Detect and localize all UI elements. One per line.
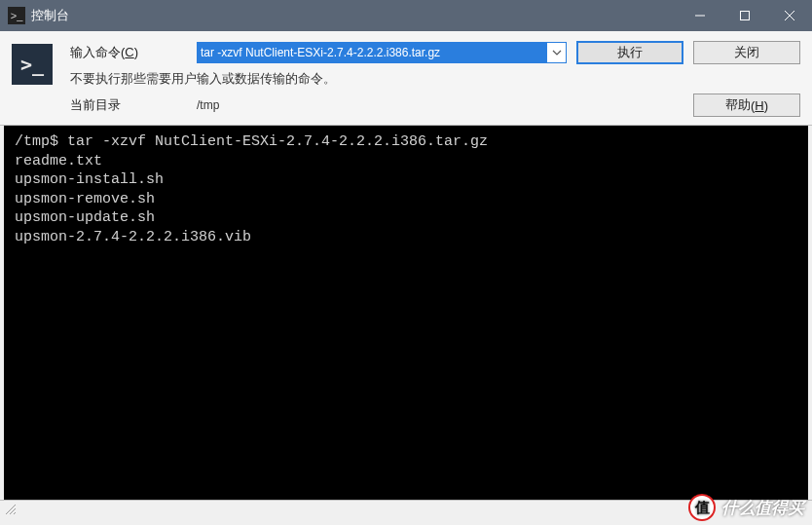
resize-grip-icon [6, 505, 16, 516]
close-icon [784, 10, 795, 21]
execute-button[interactable]: 执行 [576, 41, 683, 64]
help-button[interactable]: 帮助(H) [693, 94, 800, 117]
svg-line-6 [14, 512, 16, 514]
chevron-down-icon [552, 50, 562, 56]
command-input[interactable] [197, 42, 567, 63]
toolbar: >_ 输入命令(C) tar -xzvf NutClient-ESXi-2.7.… [0, 31, 812, 126]
titlebar: >_ 控制台 [0, 0, 812, 31]
command-hint: 不要执行那些需要用户输入或数据传输的命令。 [70, 70, 567, 88]
minimize-button[interactable] [678, 0, 722, 31]
cwd-label: 当前目录 [70, 96, 187, 114]
console-icon: >_ [8, 7, 25, 24]
maximize-icon [739, 10, 751, 21]
maximize-button[interactable] [722, 0, 767, 31]
command-combo[interactable]: tar -xzvf NutClient-ESXi-2.7.4-2.2.2.i38… [197, 42, 567, 63]
close-button[interactable]: 关闭 [693, 41, 800, 64]
close-window-button[interactable] [767, 0, 812, 31]
minimize-icon [694, 10, 706, 21]
svg-rect-1 [741, 12, 750, 20]
prompt-icon: >_ [12, 44, 53, 85]
cwd-value: /tmp [197, 98, 567, 112]
command-dropdown-button[interactable] [546, 43, 566, 62]
command-label: 输入命令(C) [70, 44, 187, 61]
window-title: 控制台 [31, 7, 678, 24]
terminal-output[interactable]: /tmp$ tar -xzvf NutClient-ESXi-2.7.4-2.2… [4, 126, 808, 500]
window-controls [678, 0, 812, 31]
status-bar [0, 500, 812, 519]
